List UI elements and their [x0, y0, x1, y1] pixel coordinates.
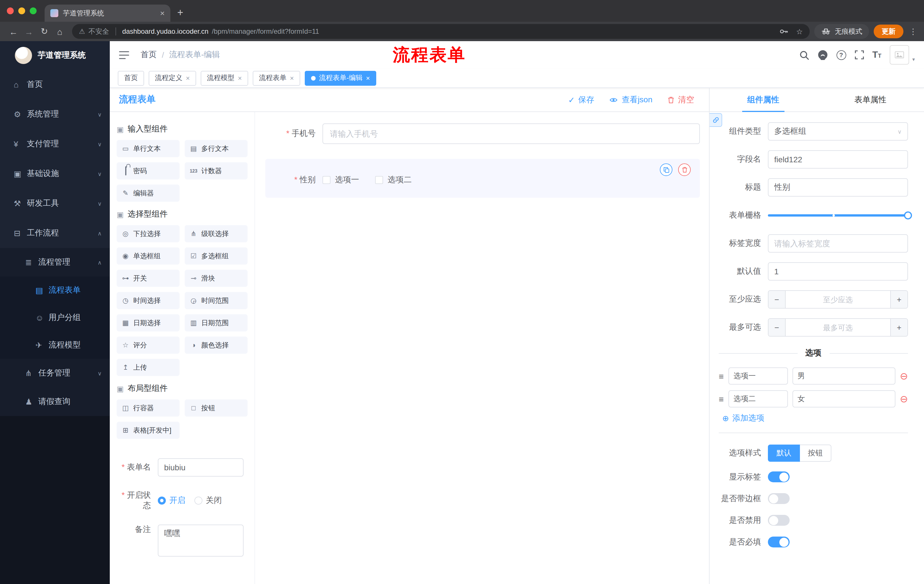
- bookmark-star-icon[interactable]: ☆: [796, 27, 803, 36]
- help-icon[interactable]: ?: [836, 50, 846, 60]
- increase-button[interactable]: +: [890, 291, 908, 308]
- address-bar[interactable]: ⚠ 不安全 dashboard.yudao.iocoder.cn /bpm/ma…: [72, 24, 810, 39]
- min-select-input[interactable]: [785, 291, 890, 308]
- close-window-button[interactable]: [7, 7, 14, 14]
- tag-close-icon[interactable]: ×: [290, 74, 294, 82]
- palette-item-text-field[interactable]: ▭单行文本: [117, 140, 180, 157]
- add-option-button[interactable]: ⊕ 添加选项: [722, 413, 908, 423]
- palette-item-switch[interactable]: ⊶开关: [117, 270, 180, 287]
- zoom-window-button[interactable]: [30, 7, 36, 14]
- phone-field-row[interactable]: 手机号: [265, 123, 700, 144]
- save-button[interactable]: ✓ 保存: [568, 95, 594, 105]
- gender-option-2-checkbox[interactable]: 选项二: [375, 175, 412, 185]
- gender-field-block-selected[interactable]: 性别 选项一 选项二: [265, 159, 700, 198]
- label-width-input[interactable]: [768, 234, 908, 253]
- status-radio-on[interactable]: 开启: [158, 495, 185, 506]
- back-icon[interactable]: ←: [6, 26, 21, 36]
- clear-button[interactable]: 清空: [667, 95, 694, 105]
- delete-component-button[interactable]: [678, 163, 691, 176]
- tab-close-icon[interactable]: ×: [160, 8, 165, 18]
- palette-item-upload[interactable]: ↥上传: [117, 359, 180, 376]
- sidebar-item-process-form[interactable]: ▤ 流程表单: [0, 276, 110, 304]
- remove-option-icon[interactable]: ⊖: [900, 394, 908, 404]
- tab-component-properties[interactable]: 组件属性: [710, 88, 817, 112]
- palette-item-slider[interactable]: ⊸滑块: [185, 270, 248, 287]
- show-label-toggle[interactable]: [768, 471, 790, 482]
- sidebar-item-payment[interactable]: ¥ 支付管理 ∨: [0, 129, 110, 159]
- hamburger-icon[interactable]: [119, 51, 129, 59]
- tag-process-form[interactable]: 流程表单 ×: [253, 71, 300, 86]
- drag-handle-icon[interactable]: ≡: [719, 394, 724, 404]
- palette-item-checkbox-group[interactable]: ☑多选框组: [185, 247, 248, 265]
- palette-item-radio-group[interactable]: ◉单选框组: [117, 247, 180, 265]
- form-name-input[interactable]: [158, 458, 244, 477]
- palette-item-password[interactable]: 密码: [117, 162, 180, 179]
- view-json-button[interactable]: 查看json: [609, 95, 652, 105]
- palette-item-textarea[interactable]: ▤多行文本: [185, 140, 248, 157]
- minimize-window-button[interactable]: [18, 7, 25, 14]
- tab-form-properties[interactable]: 表单属性: [817, 88, 924, 112]
- option-value-input[interactable]: [792, 367, 895, 385]
- palette-item-row-container[interactable]: ◫行容器: [117, 400, 180, 416]
- font-size-icon[interactable]: TT: [872, 50, 881, 60]
- slider-handle[interactable]: [904, 211, 912, 219]
- sidebar-item-workflow[interactable]: ⊟ 工作流程 ∧: [0, 218, 110, 248]
- palette-item-color-picker[interactable]: ◑颜色选择: [185, 337, 248, 354]
- disabled-toggle[interactable]: [768, 515, 790, 526]
- option-value-input[interactable]: [792, 390, 895, 408]
- palette-item-counter[interactable]: 123计数器: [185, 162, 248, 179]
- sidebar-item-infrastructure[interactable]: ▣ 基础设施 ∨: [0, 159, 110, 189]
- tag-close-icon[interactable]: ×: [238, 74, 242, 82]
- breadcrumb-home[interactable]: 首页: [141, 50, 157, 60]
- sidebar-item-user-groups[interactable]: ☺ 用户分组: [0, 304, 110, 331]
- sidebar-item-process-model[interactable]: ✈ 流程模型: [0, 331, 110, 359]
- fullscreen-icon[interactable]: [855, 50, 864, 59]
- palette-item-rate[interactable]: ☆评分: [117, 337, 180, 354]
- palette-item-editor[interactable]: ✎编辑器: [117, 184, 180, 202]
- sidebar-item-devtools[interactable]: ⚒ 研发工具 ∨: [0, 189, 110, 218]
- border-toggle[interactable]: [768, 493, 790, 504]
- drag-handle-icon[interactable]: ≡: [719, 371, 724, 381]
- decrease-button[interactable]: −: [769, 291, 785, 308]
- palette-item-time-picker[interactable]: ◷时间选择: [117, 292, 180, 309]
- required-toggle[interactable]: [768, 536, 790, 548]
- new-tab-button[interactable]: +: [177, 7, 183, 19]
- palette-item-time-range[interactable]: ◶时间范围: [185, 292, 248, 309]
- field-name-input[interactable]: [768, 150, 908, 169]
- tag-close-icon[interactable]: ×: [366, 74, 370, 82]
- tag-close-icon[interactable]: ×: [186, 74, 190, 82]
- user-avatar[interactable]: [890, 45, 909, 64]
- option-name-input[interactable]: [728, 390, 788, 408]
- browser-tab[interactable]: 芋道管理系统 ×: [45, 5, 170, 22]
- sidebar-item-process-management[interactable]: ≣ 流程管理 ∧: [0, 248, 110, 276]
- increase-button[interactable]: +: [890, 319, 908, 336]
- status-radio-off[interactable]: 关闭: [195, 495, 222, 506]
- reload-icon[interactable]: ↻: [36, 26, 52, 36]
- option-name-input[interactable]: [728, 367, 788, 385]
- remove-option-icon[interactable]: ⊖: [900, 371, 908, 381]
- remark-textarea[interactable]: 嘿嘿: [158, 525, 244, 556]
- copy-component-button[interactable]: [660, 163, 672, 176]
- sidebar-item-leave-query[interactable]: ♟ 请假查询: [0, 387, 110, 416]
- home-nav-icon[interactable]: ⌂: [52, 26, 68, 36]
- tag-home[interactable]: 首页: [118, 71, 144, 86]
- palette-item-date-picker[interactable]: ▦日期选择: [117, 314, 180, 331]
- sidebar-item-home[interactable]: ⌂ 首页: [0, 70, 110, 99]
- style-default-button[interactable]: 默认: [768, 444, 800, 462]
- tag-process-definition[interactable]: 流程定义 ×: [148, 71, 196, 86]
- palette-item-select[interactable]: ◎下拉选择: [117, 225, 180, 242]
- style-button-button[interactable]: 按钮: [800, 444, 832, 462]
- gender-option-1-checkbox[interactable]: 选项一: [322, 175, 359, 185]
- tag-process-form-edit[interactable]: 流程表单-编辑 ×: [305, 71, 376, 86]
- palette-item-cascader[interactable]: ⋔级联选择: [185, 225, 248, 242]
- title-input[interactable]: [768, 178, 908, 197]
- max-select-input[interactable]: [785, 319, 890, 336]
- grid-slider[interactable]: [768, 206, 908, 225]
- panel-link-icon[interactable]: [710, 113, 722, 127]
- sidebar-item-task-management[interactable]: ⋔ 任务管理 ∨: [0, 359, 110, 387]
- github-icon[interactable]: [817, 50, 828, 60]
- palette-item-date-range[interactable]: ▥日期范围: [185, 314, 248, 331]
- component-type-select[interactable]: 多选框组 ∨: [768, 122, 908, 141]
- forward-icon[interactable]: →: [21, 26, 36, 36]
- palette-item-button[interactable]: □按钮: [185, 400, 248, 416]
